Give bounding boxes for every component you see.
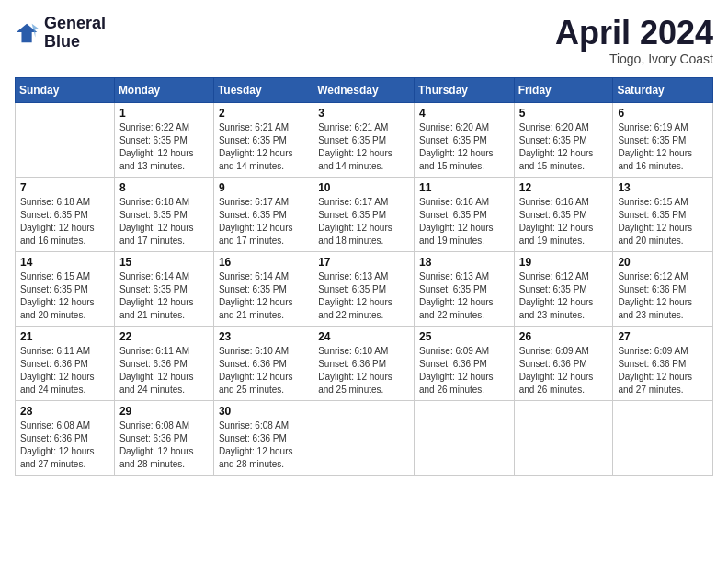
day-number: 3 (318, 107, 409, 120)
calendar-cell (613, 400, 713, 475)
calendar-cell: 7Sunrise: 6:18 AM Sunset: 6:35 PM Daylig… (16, 177, 115, 251)
day-number: 6 (618, 107, 708, 120)
calendar-cell: 27Sunrise: 6:09 AM Sunset: 6:36 PM Dayli… (613, 326, 713, 400)
day-number: 24 (318, 330, 409, 343)
month-title: April 2024 (555, 15, 713, 52)
weekday-header: Monday (114, 77, 213, 102)
day-info: Sunrise: 6:09 AM Sunset: 6:36 PM Dayligh… (419, 345, 509, 396)
calendar-cell: 25Sunrise: 6:09 AM Sunset: 6:36 PM Dayli… (414, 326, 514, 400)
day-number: 20 (618, 256, 708, 269)
day-number: 14 (20, 256, 109, 269)
calendar-cell: 13Sunrise: 6:15 AM Sunset: 6:35 PM Dayli… (613, 177, 713, 251)
calendar-cell: 9Sunrise: 6:17 AM Sunset: 6:35 PM Daylig… (213, 177, 313, 251)
calendar-week-row: 28Sunrise: 6:08 AM Sunset: 6:36 PM Dayli… (16, 400, 713, 475)
day-number: 12 (519, 181, 609, 194)
calendar-cell (414, 400, 514, 475)
calendar-cell: 16Sunrise: 6:14 AM Sunset: 6:35 PM Dayli… (213, 251, 313, 326)
day-number: 2 (219, 107, 308, 120)
day-number: 11 (419, 181, 509, 194)
day-info: Sunrise: 6:08 AM Sunset: 6:36 PM Dayligh… (119, 419, 209, 471)
logo: General Blue (15, 15, 106, 52)
day-number: 22 (119, 330, 209, 343)
calendar-cell: 28Sunrise: 6:08 AM Sunset: 6:36 PM Dayli… (16, 400, 115, 475)
calendar-cell: 6Sunrise: 6:19 AM Sunset: 6:35 PM Daylig… (613, 102, 713, 177)
day-info: Sunrise: 6:09 AM Sunset: 6:36 PM Dayligh… (519, 345, 609, 396)
calendar-cell: 17Sunrise: 6:13 AM Sunset: 6:35 PM Dayli… (313, 251, 415, 326)
calendar-week-row: 7Sunrise: 6:18 AM Sunset: 6:35 PM Daylig… (16, 177, 713, 251)
calendar-cell: 5Sunrise: 6:20 AM Sunset: 6:35 PM Daylig… (514, 102, 613, 177)
day-number: 27 (618, 330, 708, 343)
day-info: Sunrise: 6:14 AM Sunset: 6:35 PM Dayligh… (119, 270, 209, 322)
weekday-header: Tuesday (213, 77, 313, 102)
day-info: Sunrise: 6:21 AM Sunset: 6:35 PM Dayligh… (318, 121, 409, 173)
calendar-cell: 29Sunrise: 6:08 AM Sunset: 6:36 PM Dayli… (114, 400, 213, 475)
calendar-cell (514, 400, 613, 475)
calendar-cell: 4Sunrise: 6:20 AM Sunset: 6:35 PM Daylig… (414, 102, 514, 177)
day-info: Sunrise: 6:08 AM Sunset: 6:36 PM Dayligh… (20, 419, 109, 471)
day-info: Sunrise: 6:21 AM Sunset: 6:35 PM Dayligh… (219, 121, 308, 173)
calendar-cell: 19Sunrise: 6:12 AM Sunset: 6:35 PM Dayli… (514, 251, 613, 326)
calendar-cell (16, 102, 115, 177)
day-info: Sunrise: 6:17 AM Sunset: 6:35 PM Dayligh… (318, 196, 409, 247)
calendar-cell: 15Sunrise: 6:14 AM Sunset: 6:35 PM Dayli… (114, 251, 213, 326)
weekday-header: Sunday (16, 77, 115, 102)
weekday-header: Saturday (613, 77, 713, 102)
day-number: 5 (519, 107, 609, 120)
weekday-header: Friday (514, 77, 613, 102)
day-info: Sunrise: 6:10 AM Sunset: 6:36 PM Dayligh… (318, 345, 409, 396)
title-block: April 2024 Tiogo, Ivory Coast (555, 15, 713, 66)
day-info: Sunrise: 6:15 AM Sunset: 6:35 PM Dayligh… (618, 196, 708, 247)
day-number: 28 (20, 405, 109, 418)
calendar-week-row: 14Sunrise: 6:15 AM Sunset: 6:35 PM Dayli… (16, 251, 713, 326)
day-info: Sunrise: 6:19 AM Sunset: 6:35 PM Dayligh… (618, 121, 708, 173)
calendar-cell: 18Sunrise: 6:13 AM Sunset: 6:35 PM Dayli… (414, 251, 514, 326)
calendar-cell: 30Sunrise: 6:08 AM Sunset: 6:36 PM Dayli… (213, 400, 313, 475)
calendar-table: SundayMondayTuesdayWednesdayThursdayFrid… (15, 77, 713, 476)
day-number: 8 (119, 181, 209, 194)
calendar-cell: 8Sunrise: 6:18 AM Sunset: 6:35 PM Daylig… (114, 177, 213, 251)
day-number: 19 (519, 256, 609, 269)
calendar-header: SundayMondayTuesdayWednesdayThursdayFrid… (16, 77, 713, 102)
day-number: 1 (119, 107, 209, 120)
day-number: 9 (219, 181, 308, 194)
calendar-week-row: 1Sunrise: 6:22 AM Sunset: 6:35 PM Daylig… (16, 102, 713, 177)
calendar-cell: 3Sunrise: 6:21 AM Sunset: 6:35 PM Daylig… (313, 102, 415, 177)
day-info: Sunrise: 6:13 AM Sunset: 6:35 PM Dayligh… (419, 270, 509, 322)
day-number: 30 (219, 405, 308, 418)
day-info: Sunrise: 6:22 AM Sunset: 6:35 PM Dayligh… (119, 121, 209, 173)
logo-text: General Blue (44, 15, 106, 52)
calendar-cell: 20Sunrise: 6:12 AM Sunset: 6:36 PM Dayli… (613, 251, 713, 326)
day-number: 26 (519, 330, 609, 343)
day-number: 4 (419, 107, 509, 120)
day-number: 10 (318, 181, 409, 194)
day-info: Sunrise: 6:11 AM Sunset: 6:36 PM Dayligh… (119, 345, 209, 396)
day-number: 17 (318, 256, 409, 269)
day-number: 15 (119, 256, 209, 269)
calendar-cell: 23Sunrise: 6:10 AM Sunset: 6:36 PM Dayli… (213, 326, 313, 400)
day-number: 18 (419, 256, 509, 269)
page-header: General Blue April 2024 Tiogo, Ivory Coa… (15, 15, 713, 66)
calendar-cell: 12Sunrise: 6:16 AM Sunset: 6:35 PM Dayli… (514, 177, 613, 251)
day-info: Sunrise: 6:20 AM Sunset: 6:35 PM Dayligh… (419, 121, 509, 173)
day-info: Sunrise: 6:16 AM Sunset: 6:35 PM Dayligh… (419, 196, 509, 247)
day-info: Sunrise: 6:15 AM Sunset: 6:35 PM Dayligh… (20, 270, 109, 322)
calendar-week-row: 21Sunrise: 6:11 AM Sunset: 6:36 PM Dayli… (16, 326, 713, 400)
day-info: Sunrise: 6:20 AM Sunset: 6:35 PM Dayligh… (519, 121, 609, 173)
day-info: Sunrise: 6:18 AM Sunset: 6:35 PM Dayligh… (119, 196, 209, 247)
day-info: Sunrise: 6:17 AM Sunset: 6:35 PM Dayligh… (219, 196, 308, 247)
day-info: Sunrise: 6:09 AM Sunset: 6:36 PM Dayligh… (618, 345, 708, 396)
day-number: 13 (618, 181, 708, 194)
location-subtitle: Tiogo, Ivory Coast (555, 52, 713, 66)
weekday-header: Thursday (414, 77, 514, 102)
calendar-cell: 24Sunrise: 6:10 AM Sunset: 6:36 PM Dayli… (313, 326, 415, 400)
day-info: Sunrise: 6:10 AM Sunset: 6:36 PM Dayligh… (219, 345, 308, 396)
day-info: Sunrise: 6:14 AM Sunset: 6:35 PM Dayligh… (219, 270, 308, 322)
calendar-cell: 14Sunrise: 6:15 AM Sunset: 6:35 PM Dayli… (16, 251, 115, 326)
calendar-body: 1Sunrise: 6:22 AM Sunset: 6:35 PM Daylig… (16, 102, 713, 475)
day-info: Sunrise: 6:11 AM Sunset: 6:36 PM Dayligh… (20, 345, 109, 396)
day-info: Sunrise: 6:16 AM Sunset: 6:35 PM Dayligh… (519, 196, 609, 247)
day-info: Sunrise: 6:13 AM Sunset: 6:35 PM Dayligh… (318, 270, 409, 322)
day-info: Sunrise: 6:12 AM Sunset: 6:35 PM Dayligh… (519, 270, 609, 322)
day-number: 7 (20, 181, 109, 194)
calendar-cell: 2Sunrise: 6:21 AM Sunset: 6:35 PM Daylig… (213, 102, 313, 177)
